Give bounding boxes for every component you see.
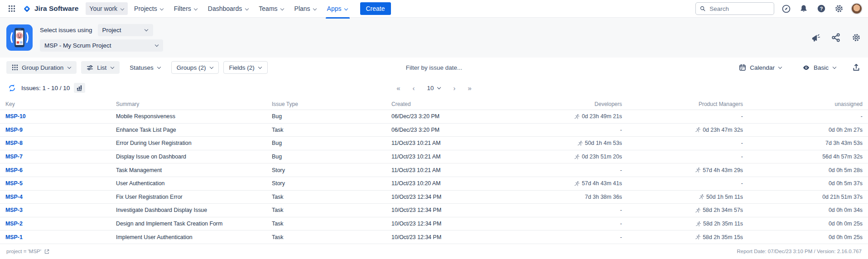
running-timer-icon (695, 221, 701, 227)
question-mark-icon: ? (817, 4, 826, 13)
issue-key-link[interactable]: MSP-2 (5, 221, 23, 227)
megaphone-icon (811, 33, 820, 43)
cell-created: 06/Dec/23 3:20 PM (391, 127, 505, 133)
next-page-button[interactable]: › (453, 85, 456, 91)
issue-key-link[interactable]: MSP-4 (5, 194, 23, 200)
cell-unassigned: 0d 0h 0m 25s (743, 221, 863, 227)
last-page-button[interactable]: » (468, 85, 472, 91)
column-header-summary[interactable]: Summary (116, 101, 272, 107)
discover-button[interactable] (780, 3, 792, 14)
column-header-unassigned[interactable]: unassigned (743, 101, 863, 107)
help-button[interactable]: ? (815, 3, 827, 14)
external-link-icon[interactable] (44, 249, 50, 254)
nav-item-your-work[interactable]: Your work (86, 2, 128, 15)
previous-page-button[interactable]: ‹ (412, 85, 415, 91)
feedback-button[interactable] (810, 32, 821, 43)
cell-developers: 7d 3h 38m 36s (505, 194, 622, 200)
chevron-down-icon (154, 43, 159, 47)
groups-dropdown[interactable]: Groups (2) (171, 61, 219, 74)
nav-item-label: Projects (134, 5, 157, 12)
nav-item-label: Filters (174, 5, 191, 12)
chevron-down-icon (120, 7, 124, 11)
issue-key-link[interactable]: MSP-3 (5, 207, 23, 213)
column-header-developers[interactable]: Developers (505, 101, 622, 107)
settings-button[interactable] (833, 3, 845, 14)
grid-icon (8, 5, 15, 12)
groups-label: Groups (2) (177, 64, 206, 71)
table-row: MSP-1Implement User AuthenticationTask10… (0, 230, 868, 244)
filter-by-date-input[interactable]: Filter by issue date... (406, 64, 463, 71)
running-timer-icon (695, 167, 701, 173)
issue-key-link[interactable]: MSP-7 (5, 153, 23, 160)
nav-item-label: Your work (89, 5, 117, 12)
jira-logo[interactable]: Jira Software (21, 5, 83, 13)
chevron-down-icon (209, 66, 213, 70)
share-button[interactable] (830, 32, 841, 43)
issue-key-link[interactable]: MSP-1 (5, 234, 23, 240)
issue-source-mode-dropdown[interactable]: Project (98, 24, 153, 36)
statuses-dropdown[interactable]: Statuses (124, 61, 167, 74)
user-avatar[interactable] (851, 3, 863, 14)
time-in-status-app-icon (6, 24, 33, 51)
notifications-button[interactable] (798, 3, 810, 14)
cell-developers: - (505, 234, 622, 240)
chevron-down-icon (160, 7, 164, 11)
issue-key-link[interactable]: MSP-8 (5, 140, 23, 146)
jql-query: project = 'MSP' (6, 249, 50, 254)
refresh-button[interactable] (6, 82, 17, 93)
app-header: Select issues using Project MSP - My Scr… (0, 18, 868, 58)
cell-unassigned: - (743, 113, 863, 120)
global-search[interactable] (695, 2, 774, 15)
nav-item-dashboards[interactable]: Dashboards (204, 2, 253, 15)
running-timer-icon (699, 194, 704, 200)
app-settings-button[interactable] (851, 32, 862, 43)
calendar-label: Calendar (750, 64, 775, 71)
nav-item-label: Plans (294, 5, 310, 12)
chart-view-button[interactable] (74, 83, 85, 93)
column-header-product-managers[interactable]: Product Managers (622, 101, 743, 107)
table-row: MSP-6Task ManagementStory11/Oct/23 10:21… (0, 163, 868, 177)
issue-key-link[interactable]: MSP-10 (5, 113, 26, 120)
issues-count: Issues: 1 - 10 / 10 (21, 85, 70, 91)
chevron-down-icon (145, 28, 149, 32)
chevron-down-icon (313, 7, 317, 11)
issue-key-link[interactable]: MSP-6 (5, 167, 23, 173)
create-button[interactable]: Create (360, 2, 391, 15)
column-header-key[interactable]: Key (5, 101, 116, 107)
app-switcher-button[interactable] (5, 2, 18, 15)
project-dropdown[interactable]: MSP - My Scrum Project (40, 39, 163, 52)
cell-summary: Investigate Dashboard Display Issue (116, 207, 272, 213)
cell-key: MSP-2 (5, 221, 116, 227)
calendar-dropdown[interactable]: Calendar (733, 61, 788, 74)
nav-item-projects[interactable]: Projects (130, 2, 168, 15)
column-header-issue-type[interactable]: Issue Type (272, 101, 391, 107)
cell-summary: Design and Implement Task Creation Form (116, 221, 272, 227)
chevron-down-icon (778, 66, 782, 70)
detail-level-dropdown[interactable]: Basic (797, 61, 842, 74)
cell-product-managers: 58d 2h 35m 15s (622, 234, 743, 240)
page-size-dropdown[interactable]: 10 (427, 85, 441, 91)
nav-item-teams[interactable]: Teams (255, 2, 288, 15)
cell-issue-type: Bug (272, 113, 391, 120)
jira-diamond-icon (23, 5, 31, 13)
search-input[interactable] (709, 5, 770, 13)
nav-item-filters[interactable]: Filters (170, 2, 202, 15)
column-header-created[interactable]: Created (391, 101, 505, 107)
cell-key: MSP-7 (5, 153, 116, 160)
svg-text:?: ? (820, 6, 823, 11)
nav-item-apps[interactable]: Apps (323, 2, 352, 15)
first-page-button[interactable]: « (396, 85, 400, 91)
running-timer-icon (577, 140, 583, 146)
cell-key: MSP-4 (5, 194, 116, 200)
cell-developers: 50d 1h 4m 53s (505, 140, 622, 146)
cell-summary: Display Issue on Dashboard (116, 153, 272, 160)
view-mode-dropdown[interactable]: List (81, 61, 120, 74)
nav-item-label: Apps (327, 5, 342, 12)
issue-key-link[interactable]: MSP-9 (5, 127, 23, 133)
issue-source-controls: Select issues using Project MSP - My Scr… (40, 24, 163, 52)
issue-key-link[interactable]: MSP-5 (5, 180, 23, 187)
group-duration-dropdown[interactable]: Group Duration (6, 61, 77, 74)
nav-item-plans[interactable]: Plans (291, 2, 321, 15)
export-button[interactable] (851, 62, 862, 73)
fields-dropdown[interactable]: Fields (2) (223, 61, 267, 74)
